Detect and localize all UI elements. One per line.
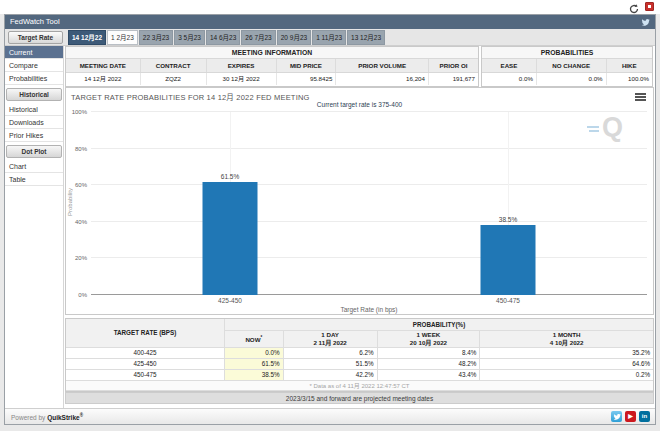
y-tick-label: 80% bbox=[75, 146, 87, 152]
tab-meeting-2[interactable]: 22 3月23 bbox=[139, 30, 173, 45]
x-category-labels: 425-450450-475 bbox=[91, 297, 647, 306]
x-tick-label: 450-475 bbox=[496, 297, 520, 304]
pt-col-target-rate: TARGET RATE (BPS) bbox=[66, 319, 224, 347]
y-gridline bbox=[91, 257, 647, 258]
mi-prior-oi: 191,677 bbox=[429, 72, 478, 85]
ps-col-ease: EASE bbox=[482, 59, 536, 72]
social-icons: ▶ in bbox=[611, 411, 650, 422]
chart-plot: 61.5%38.5% bbox=[91, 112, 647, 295]
sidebar-item-probabilities[interactable]: Probabilities bbox=[5, 72, 63, 85]
mi-col-mid-price: MID PRICE bbox=[276, 59, 336, 72]
sidebar-item-chart[interactable]: Chart bbox=[5, 160, 63, 173]
powered-by: Powered by QuikStrike® bbox=[11, 413, 83, 421]
tab-meeting-8[interactable]: 13 12月23 bbox=[347, 30, 385, 45]
pt-now-1: 61.5% bbox=[224, 358, 283, 369]
projected-dates-note: 2023/3/15 and forward are projected meet… bbox=[65, 392, 654, 404]
bar-value-label: 61.5% bbox=[221, 173, 239, 182]
probabilities-title: PROBABILITIES bbox=[482, 47, 652, 59]
mi-prior-volume: 16,204 bbox=[336, 72, 429, 85]
twitter-icon[interactable] bbox=[641, 18, 650, 27]
record-icon[interactable] bbox=[645, 2, 654, 11]
tab-meeting-5[interactable]: 26 7月23 bbox=[241, 30, 275, 45]
sidebar-section-dot-plot[interactable]: Dot Plot bbox=[6, 145, 62, 158]
data-as-of-footnote: * Data as of 4 11月 2022 12:47:57 CT bbox=[66, 380, 653, 390]
pt-week-2: 43.4% bbox=[377, 369, 480, 380]
y-tick-label: 100% bbox=[72, 109, 87, 115]
sidebar-item-current[interactable]: Current bbox=[5, 46, 63, 59]
pt-now-2: 38.5% bbox=[224, 369, 283, 380]
mi-col-meeting-date: MEETING DATE bbox=[66, 59, 140, 72]
fedwatch-window: FedWatch Tool Target Rate 14 12月22 1 2月2… bbox=[4, 14, 656, 425]
bar-450-475[interactable] bbox=[481, 225, 536, 295]
pt-rate-1: 425-450 bbox=[66, 358, 224, 369]
ps-col-no-change: NO CHANGE bbox=[536, 59, 606, 72]
pt-rate-2: 450-475 bbox=[66, 369, 224, 380]
tab-meeting-1[interactable]: 1 2月23 bbox=[107, 30, 138, 45]
sidebar-item-downloads[interactable]: Downloads bbox=[5, 116, 63, 129]
mi-meeting-date: 14 12月 2022 bbox=[66, 72, 140, 85]
probabilities-panel: PROBABILITIES EASE NO CHANGE HIKE 0.0% 0… bbox=[481, 46, 653, 87]
mi-expires: 30 12月 2022 bbox=[206, 72, 276, 85]
pt-now-0: 0.0% bbox=[224, 347, 283, 358]
meeting-tab-row: Target Rate 14 12月22 1 2月23 22 3月23 3 5月… bbox=[5, 29, 655, 46]
y-gridline bbox=[91, 184, 647, 185]
pt-rate-0: 400-425 bbox=[66, 347, 224, 358]
linkedin-icon[interactable]: in bbox=[639, 411, 650, 422]
ps-col-hike: HIKE bbox=[606, 59, 652, 72]
meeting-information-panel: MEETING INFORMATION MEETING DATE CONTRAC… bbox=[65, 46, 479, 87]
y-tick-label: 20% bbox=[75, 255, 87, 261]
pt-day-2: 42.2% bbox=[283, 369, 377, 380]
y-gridline bbox=[91, 148, 647, 149]
target-rate-button[interactable]: Target Rate bbox=[8, 31, 63, 44]
pt-month-0: 35.2% bbox=[480, 347, 653, 358]
bar-425-450[interactable] bbox=[203, 182, 258, 295]
tab-meeting-6[interactable]: 20 9月23 bbox=[277, 30, 311, 45]
bar-value-label: 38.5% bbox=[499, 216, 517, 225]
browser-strip bbox=[0, 0, 660, 14]
probability-history-table: TARGET RATE (BPS) PROBABILITY(%) NOW* 1 … bbox=[65, 318, 654, 392]
app-title: FedWatch Tool bbox=[10, 17, 60, 26]
youtube-icon[interactable]: ▶ bbox=[625, 411, 636, 422]
y-tick-label: 60% bbox=[75, 182, 87, 188]
pt-col-1week: 1 WEEK20 10月 2022 bbox=[377, 330, 480, 347]
pt-week-0: 8.4% bbox=[377, 347, 480, 358]
mi-col-prior-volume: PRIOR VOLUME bbox=[336, 59, 429, 72]
sidebar: Current Compare Probabilities Historical… bbox=[5, 46, 64, 408]
ps-no-change-value: 0.0% bbox=[536, 72, 606, 85]
title-bar: FedWatch Tool bbox=[5, 15, 655, 29]
sidebar-item-historical[interactable]: Historical bbox=[5, 103, 63, 116]
watermark-q-icon: Q bbox=[602, 112, 623, 142]
main-content: MEETING INFORMATION MEETING DATE CONTRAC… bbox=[64, 46, 655, 408]
x-axis-title: Target Rate (in bps) bbox=[91, 306, 647, 313]
quikstrike-brand[interactable]: QuikStrike® bbox=[47, 414, 83, 421]
window-footer: Powered by QuikStrike® ▶ in bbox=[5, 408, 655, 424]
sidebar-item-compare[interactable]: Compare bbox=[5, 59, 63, 72]
mi-col-prior-oi: PRIOR OI bbox=[429, 59, 478, 72]
tab-meeting-3[interactable]: 3 5月23 bbox=[174, 30, 205, 45]
table-row: 450-475 38.5% 42.2% 43.4% 0.2% bbox=[66, 369, 653, 380]
twitter-icon[interactable] bbox=[611, 411, 622, 422]
sidebar-item-prior-hikes[interactable]: Prior Hikes bbox=[5, 129, 63, 142]
pt-col-now: NOW* bbox=[224, 330, 283, 347]
tab-meeting-0[interactable]: 14 12月22 bbox=[68, 30, 106, 45]
chart-menu-icon[interactable] bbox=[635, 93, 646, 101]
meeting-tabs: 14 12月22 1 2月23 22 3月23 3 5月23 14 6月23 2… bbox=[68, 30, 386, 45]
x-tick-label: 425-450 bbox=[218, 297, 242, 304]
ps-hike-value: 100.0% bbox=[606, 72, 652, 85]
sidebar-section-historical[interactable]: Historical bbox=[6, 88, 62, 101]
pt-month-2: 0.2% bbox=[480, 369, 653, 380]
pt-col-1month: 1 MONTH4 10月 2022 bbox=[480, 330, 653, 347]
tab-meeting-4[interactable]: 14 6月23 bbox=[206, 30, 240, 45]
table-row: 400-425 0.0% 6.2% 8.4% 35.2% bbox=[66, 347, 653, 358]
y-gridline bbox=[91, 221, 647, 222]
pt-week-1: 48.2% bbox=[377, 358, 480, 369]
table-row: 425-450 61.5% 51.5% 48.2% 64.6% bbox=[66, 358, 653, 369]
pt-day-1: 51.5% bbox=[283, 358, 377, 369]
probability-chart-panel: TARGET RATE PROBABILITIES FOR 14 12月 202… bbox=[65, 87, 654, 315]
refresh-icon[interactable] bbox=[628, 1, 640, 13]
y-axis: 100%80%60%40%20%0% bbox=[66, 112, 90, 295]
mi-col-expires: EXPIRES bbox=[206, 59, 276, 72]
sidebar-item-table[interactable]: Table bbox=[5, 173, 63, 186]
pt-group-probability: PROBABILITY(%) bbox=[224, 319, 653, 330]
tab-meeting-7[interactable]: 1 11月23 bbox=[312, 30, 346, 45]
